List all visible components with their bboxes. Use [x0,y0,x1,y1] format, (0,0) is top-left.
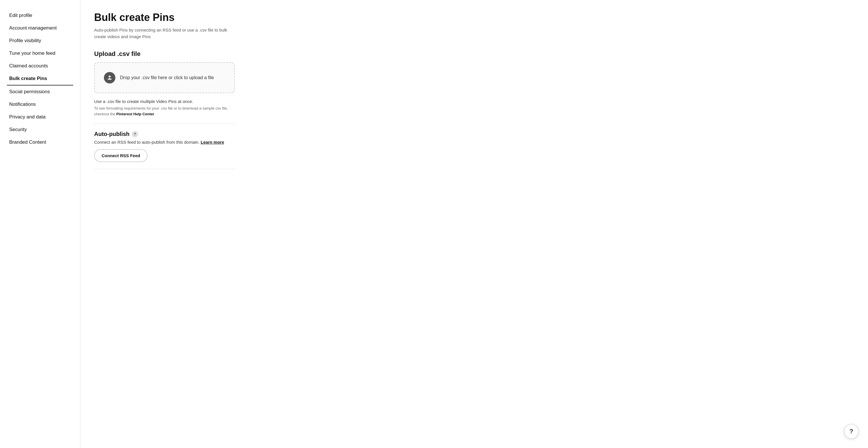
csv-use-text: Use a .csv file to create multiple Video… [94,99,325,104]
csv-hint-prefix: To see formatting requirements for your … [94,106,228,116]
auto-publish-desc-text: Connect an RSS feed to auto-publish from… [94,140,199,144]
main-content: Bulk create Pins Auto-publish Pins by co… [81,0,339,448]
auto-publish-description: Connect an RSS feed to auto-publish from… [94,140,325,144]
page-title: Bulk create Pins [94,11,325,24]
pinterest-help-center-link[interactable]: Pinterest Help Center [116,112,154,116]
auto-publish-title: Auto-publish [94,131,129,137]
sidebar-item-notifications[interactable]: Notifications [7,98,73,111]
sidebar-item-account-management[interactable]: Account management [7,22,73,34]
sidebar: Edit profileAccount managementProfile vi… [0,0,81,448]
sidebar-item-tune-home-feed[interactable]: Tune your home feed [7,47,73,60]
sidebar-item-edit-profile[interactable]: Edit profile [7,9,73,22]
sidebar-item-profile-visibility[interactable]: Profile visibility [7,34,73,47]
upload-section-title: Upload .csv file [94,50,325,58]
sidebar-item-claimed-accounts[interactable]: Claimed accounts [7,60,73,72]
sidebar-item-social-permissions[interactable]: Social permissions [7,85,73,98]
sidebar-item-bulk-create-pins[interactable]: Bulk create Pins [7,72,73,85]
sidebar-item-security[interactable]: Security [7,123,73,136]
sidebar-item-privacy-data[interactable]: Privacy and data [7,111,73,123]
learn-more-link[interactable]: Learn more [200,140,224,144]
sidebar-item-branded-content[interactable]: Branded Content [7,136,73,148]
section-divider-2 [94,169,235,169]
csv-hint-text: To see formatting requirements for your … [94,106,235,117]
upload-drop-text: Drop your .csv file here or click to upl… [120,75,214,80]
section-divider-1 [94,124,235,124]
help-fab-button[interactable]: ? [844,424,859,439]
upload-icon [104,72,115,83]
auto-publish-header: Auto-publish ? [94,131,325,137]
connect-rss-button[interactable]: Connect RSS Feed [94,149,148,162]
csv-upload-area[interactable]: Drop your .csv file here or click to upl… [94,62,235,93]
page-subtitle: Auto-publish Pins by connecting an RSS f… [94,27,238,40]
auto-publish-tooltip-icon[interactable]: ? [132,131,138,137]
